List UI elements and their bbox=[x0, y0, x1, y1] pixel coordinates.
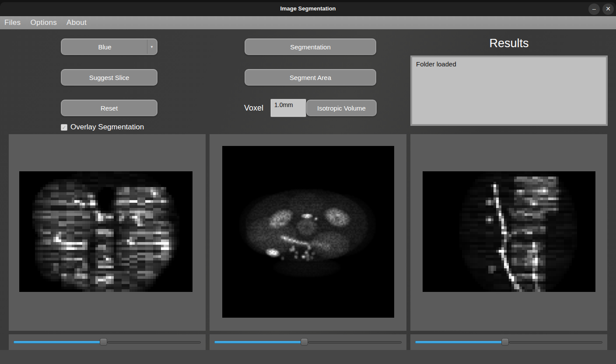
titlebar[interactable]: Image Segmentation – ✕ bbox=[0, 2, 616, 16]
slider-fill bbox=[14, 341, 104, 343]
segmentation-button[interactable]: Segmentation bbox=[245, 38, 376, 55]
minimize-button[interactable]: – bbox=[588, 3, 600, 15]
reset-button[interactable]: Reset bbox=[61, 100, 158, 116]
results-log[interactable]: Folder loaded bbox=[410, 55, 608, 126]
suggest-slice-label: Suggest Slice bbox=[89, 74, 130, 81]
chevron-down-icon[interactable]: ▼ bbox=[147, 40, 156, 54]
slider-handle[interactable] bbox=[100, 338, 107, 346]
sagittal-slider-strip bbox=[410, 334, 607, 350]
viewport-coronal[interactable] bbox=[9, 134, 206, 331]
slider-handle[interactable] bbox=[501, 338, 509, 346]
slider-track bbox=[308, 341, 402, 343]
isotropic-volume-label: Isotropic Volume bbox=[317, 104, 366, 112]
window-title: Image Segmentation bbox=[0, 2, 616, 16]
reset-label: Reset bbox=[101, 104, 118, 112]
suggest-slice-button[interactable]: Suggest Slice bbox=[61, 69, 158, 86]
minimize-icon: – bbox=[592, 5, 596, 12]
menu-item-about[interactable]: About bbox=[66, 18, 87, 27]
slider-track bbox=[509, 341, 602, 343]
menubar: Files Options About bbox=[0, 16, 616, 29]
coronal-slider-strip bbox=[9, 334, 206, 350]
sagittal-slice-slider[interactable] bbox=[415, 338, 602, 346]
voxel-label: Voxel bbox=[244, 99, 263, 117]
color-select-value: Blue bbox=[98, 43, 111, 51]
app-window: Image Segmentation – ✕ Files Options Abo… bbox=[0, 0, 616, 364]
close-button[interactable]: ✕ bbox=[602, 3, 614, 15]
segment-area-label: Segment Area bbox=[290, 74, 331, 81]
axial-slice-slider[interactable] bbox=[214, 338, 402, 346]
isotropic-volume-button[interactable]: Isotropic Volume bbox=[306, 100, 377, 116]
voxel-size-input[interactable]: 1.0mm bbox=[271, 99, 306, 117]
slider-fill bbox=[415, 341, 506, 343]
color-select-dropdown[interactable]: Blue ▼ bbox=[61, 38, 158, 55]
coronal-slice-slider[interactable] bbox=[14, 338, 201, 346]
coronal-mri-image bbox=[19, 171, 192, 292]
menu-item-options[interactable]: Options bbox=[30, 18, 57, 27]
overlay-segmentation-row: ✓ Overlay Segmentation bbox=[61, 123, 144, 132]
menu-item-files[interactable]: Files bbox=[4, 18, 21, 27]
voxel-size-value: 1.0mm bbox=[274, 101, 293, 108]
slider-fill bbox=[214, 341, 305, 343]
results-title: Results bbox=[410, 37, 608, 50]
segmentation-label: Segmentation bbox=[290, 43, 331, 51]
window-footer bbox=[0, 350, 616, 364]
slider-handle[interactable] bbox=[301, 338, 308, 346]
overlay-segmentation-checkbox[interactable]: ✓ bbox=[61, 124, 67, 131]
viewport-sagittal[interactable] bbox=[410, 134, 607, 331]
segment-area-button[interactable]: Segment Area bbox=[245, 69, 376, 86]
axial-slider-strip bbox=[210, 334, 406, 350]
slider-track bbox=[107, 341, 201, 343]
axial-mri-image bbox=[222, 146, 394, 318]
results-log-text: Folder loaded bbox=[416, 60, 456, 68]
close-icon: ✕ bbox=[606, 5, 611, 12]
sagittal-mri-image bbox=[423, 171, 595, 292]
overlay-segmentation-label: Overlay Segmentation bbox=[70, 123, 144, 132]
viewport-axial[interactable] bbox=[210, 134, 406, 331]
